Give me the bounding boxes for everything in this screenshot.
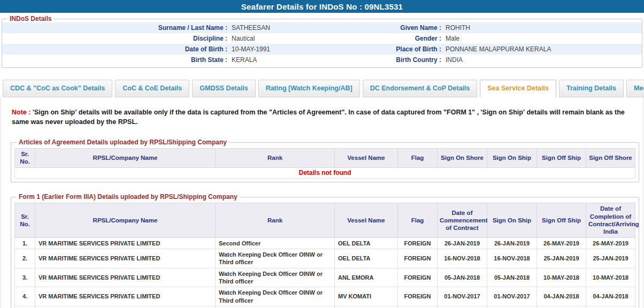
col-sign-off-shore: Sign Off Shore xyxy=(586,149,635,168)
gender-value: Male xyxy=(443,35,642,42)
table-cell: 26-MAY-2019 xyxy=(537,237,586,249)
table-cell xyxy=(487,306,537,308)
table-cell: 26-JAN-2019 xyxy=(487,237,537,249)
indos-details-grid: Surname / Last Name : SATHEESAN Given Na… xyxy=(2,22,642,65)
col-sign-off-ship: Sign Off Ship xyxy=(537,149,586,168)
page-title-bar: Seafarer Details for INDoS No : 09NL3531 xyxy=(0,0,644,13)
details-not-found-message: Details not found xyxy=(15,167,635,179)
tab-coc-coe-details[interactable]: CoC & CoE Details xyxy=(115,80,189,97)
table-header-row: Sr. No. RPSL/Company Name Rank Vessel Na… xyxy=(15,203,635,238)
place-of-birth-value: PONNANE MALAPPURAM KERALA xyxy=(443,45,642,53)
table-cell: 04-JAN-2018 xyxy=(586,287,635,306)
col-sign-on-ship: Sign On Ship xyxy=(487,149,537,168)
table-cell: Watch Keeping Deck Officer OINW or Third… xyxy=(216,306,335,308)
col-flag: Flag xyxy=(398,149,438,168)
tab-medical-fitness-certificate[interactable]: Medical Fitness Certificate xyxy=(626,80,644,97)
tab-cdc-coc-as-cook-details[interactable]: CDC & "CoC as Cook" Details xyxy=(3,80,112,97)
indos-row: Birth State : KERALA Birth Country : IND… xyxy=(2,55,642,65)
table-cell: 1. xyxy=(15,237,35,249)
tab-rating-watch-keeping-ab[interactable]: Rating [Watch Keeping/AB] xyxy=(258,80,360,97)
note-prefix: Note : xyxy=(12,109,30,116)
table-cell: 10-MAY-2018 xyxy=(537,268,586,287)
surname-value: SATHEESAN xyxy=(229,24,320,32)
col-company: RPSL/Company Name xyxy=(35,149,216,168)
birth-state-label: Birth State : xyxy=(2,56,229,64)
date-of-birth-value: 10-MAY-1991 xyxy=(229,45,320,53)
table-cell: Watch Keeping Deck Officer OINW or Third… xyxy=(216,249,335,268)
table-cell: MV KOMATI xyxy=(335,287,398,306)
table-cell: VR MARITIME SERVICES PRIVATE LIMITED xyxy=(35,306,216,308)
table-cell: 2. xyxy=(15,249,35,268)
table-cell: VR MARITIME SERVICES PRIVATE LIMITED xyxy=(35,287,216,306)
table-cell: 04-JAN-2018 xyxy=(537,287,586,306)
note-text: 'Sign on Ship' details will be available… xyxy=(12,109,625,126)
table-cell: FOREIGN xyxy=(398,237,438,249)
table-cell: 16-NOV-2018 xyxy=(438,249,487,268)
articles-of-agreement-table: Sr. No. RPSL/Company Name Rank Vessel Na… xyxy=(14,148,635,179)
col-sign-off-ship: Sign Off Ship xyxy=(537,203,586,238)
form1-legend: Form 1 (Earlier Form IIIA) Details uploa… xyxy=(17,193,240,201)
table-row: 5.VR MARITIME SERVICES PRIVATE LIMITEDWa… xyxy=(15,306,635,308)
table-cell: 25-JAN-2019 xyxy=(537,249,586,268)
table-cell: VR MARITIME SERVICES PRIVATE LIMITED xyxy=(35,268,216,287)
table-cell: 16-NOV-2018 xyxy=(487,249,537,268)
birth-state-value: KERALA xyxy=(229,56,320,64)
col-sign-on-ship: Sign On Ship xyxy=(487,203,537,238)
place-of-birth-label: Place of Birth : xyxy=(320,45,443,53)
col-vessel: Vessel Name xyxy=(335,203,398,238)
col-rank: Rank xyxy=(216,203,335,238)
indos-row: Discipline : Nautical Gender : Male xyxy=(2,33,642,44)
indos-row: Surname / Last Name : SATHEESAN Given Na… xyxy=(2,22,642,33)
table-cell: FOREIGN xyxy=(398,268,438,287)
table-row: 1.VR MARITIME SERVICES PRIVATE LIMITEDSe… xyxy=(15,237,635,249)
tab-bar: CDC & "CoC as Cook" Details CoC & CoE De… xyxy=(0,80,644,97)
table-cell: 13-AUG-2017 xyxy=(586,306,635,308)
table-cell: FOREIGN xyxy=(398,306,438,308)
table-cell: Watch Keeping Deck Officer OINW or Third… xyxy=(216,268,335,287)
tab-training-details[interactable]: Training Details xyxy=(559,80,624,97)
table-cell: 26-MAY-2019 xyxy=(586,237,635,249)
table-cell: OEL SINGAPORE xyxy=(335,306,398,308)
col-sr-no: Sr. No. xyxy=(15,149,35,168)
indos-details-section: INDoS Details Surname / Last Name : SATH… xyxy=(2,15,642,68)
col-sign-on-shore: Sign On Shore xyxy=(438,149,487,168)
table-row: 4.VR MARITIME SERVICES PRIVATE LIMITEDWa… xyxy=(15,287,635,306)
table-cell: FOREIGN xyxy=(398,287,438,306)
table-cell: Watch Keeping Deck Officer OINW or Third… xyxy=(216,287,335,306)
date-of-birth-label: Date of Birth : xyxy=(2,45,229,53)
table-cell: 3. xyxy=(15,268,35,287)
col-flag: Flag xyxy=(398,203,438,238)
col-company: RPSL/Company Name xyxy=(35,203,216,238)
given-name-value: ROHITH xyxy=(443,24,642,32)
table-cell: VR MARITIME SERVICES PRIVATE LIMITED xyxy=(35,249,216,268)
col-date-completion: Date of Completion of Contract/Arriving … xyxy=(586,203,635,238)
given-name-label: Given Name : xyxy=(320,24,443,32)
tab-sea-service-details[interactable]: Sea Service Details xyxy=(480,80,556,97)
table-cell: OEL DELTA xyxy=(335,249,398,268)
table-cell: Second Officer xyxy=(216,237,335,249)
indos-details-legend: INDoS Details xyxy=(7,15,54,22)
table-cell: 01-NOV-2017 xyxy=(438,287,487,306)
indos-row: Date of Birth : 10-MAY-1991 Place of Bir… xyxy=(2,44,642,55)
table-header-row: Sr. No. RPSL/Company Name Rank Vessel Na… xyxy=(15,149,635,168)
table-cell: 05-JAN-2018 xyxy=(487,268,537,287)
tab-dc-endorsement-cop-details[interactable]: DC Endorsement & CoP Details xyxy=(363,80,478,97)
birth-country-label: Birth Country : xyxy=(320,56,443,64)
col-vessel: Vessel Name xyxy=(335,149,398,168)
sign-on-ship-note: Note : 'Sign on Ship' details will be av… xyxy=(5,105,639,128)
table-cell: ANL EMORA xyxy=(335,268,398,287)
empty-row: Details not found xyxy=(15,167,635,179)
col-date-commencement: Date of Commencement of Contract xyxy=(438,203,487,238)
table-cell: 10-MAY-2018 xyxy=(586,268,635,287)
form1-section: Form 1 (Earlier Form IIIA) Details uploa… xyxy=(11,193,639,308)
sea-service-panel: Note : 'Sign on Ship' details will be av… xyxy=(1,97,643,308)
table-cell: OEL DELTA xyxy=(335,237,398,249)
table-cell: 5. xyxy=(15,306,35,308)
form1-table: Sr. No. RPSL/Company Name Rank Vessel Na… xyxy=(14,203,635,308)
tab-gmdss-details[interactable]: GMDSS Details xyxy=(192,80,255,97)
birth-country-value: INDIA xyxy=(443,56,642,64)
discipline-value: Nautical xyxy=(229,35,320,42)
col-sr-no: Sr. No. xyxy=(15,203,35,238)
table-cell: FOREIGN xyxy=(398,249,438,268)
col-rank: Rank xyxy=(216,149,335,168)
